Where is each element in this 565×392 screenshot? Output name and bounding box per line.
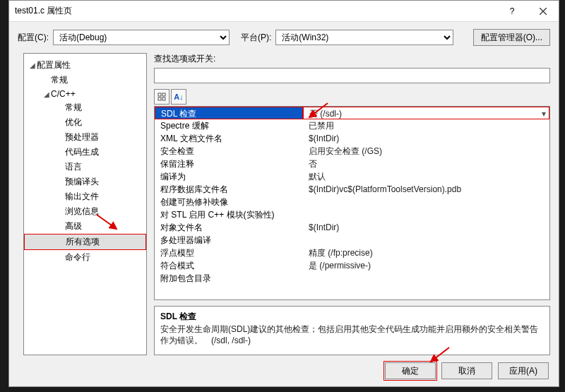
tree-node[interactable]: 代码生成 [24,145,146,160]
property-row[interactable]: 安全检查启用安全检查 (/GS) [155,145,549,158]
tree-node[interactable]: 优化 [24,115,146,130]
tree-node[interactable]: 输出文件 [24,189,146,204]
property-name: 对象文件名 [155,221,303,234]
property-name: XML 文档文件名 [155,132,303,145]
property-value[interactable] [303,234,549,247]
property-row[interactable]: 对 STL 启用 C++ 模块(实验性) [155,208,549,221]
ok-button[interactable]: 确定 [385,362,436,379]
tree-node[interactable]: 语言 [24,160,146,174]
dialog-footer: 确定 取消 应用(A) [9,355,559,386]
property-row[interactable]: 符合模式是 (/permissive-) [155,259,549,272]
property-row[interactable]: 编译为默认 [155,170,549,183]
property-row[interactable]: 对象文件名$(IntDir) [155,221,549,234]
tree-node[interactable]: 常规 [24,100,146,115]
tree-node-label: 预处理器 [65,132,99,142]
tree-node-label: 常规 [51,75,68,85]
nav-tree[interactable]: ◢配置属性常规◢C/C++常规优化预处理器代码生成语言预编译头输出文件浏览信息高… [23,53,147,355]
right-pane: 查找选项或开关: A↓ SDL 检查否 (/sdl-)Spectre 缓解已禁用… [154,53,550,355]
close-button[interactable] [528,1,559,22]
view-buttons: A↓ [154,89,550,105]
search-label: 查找选项或开关: [154,53,215,65]
property-grid-scroll[interactable]: SDL 检查否 (/sdl-)Spectre 缓解已禁用XML 文档文件名$(I… [155,107,549,299]
property-name: 保留注释 [155,158,303,170]
platform-label: 平台(P): [241,32,271,44]
property-row[interactable]: 附加包含目录 [155,272,549,285]
search-input[interactable] [154,68,550,83]
property-row[interactable]: 创建可热修补映像 [155,196,549,208]
property-name: 浮点模型 [155,247,303,259]
tree-node-label: 优化 [65,117,82,127]
description-title: SDL 检查 [160,311,544,323]
tree-node-label: 浏览信息 [65,206,99,216]
svg-rect-3 [162,97,165,100]
tree-node[interactable]: 命令行 [24,250,146,265]
tree-node-label: 输出文件 [65,191,99,201]
help-button[interactable]: ? [496,1,528,22]
property-value[interactable] [303,196,549,208]
property-row[interactable]: 浮点模型精度 (/fp:precise) [155,247,549,259]
property-value[interactable]: 否 (/sdl-) [303,107,549,119]
tree-node-label: 代码生成 [65,147,99,157]
property-value[interactable]: 是 (/permissive-) [303,259,549,272]
tree-twisty-icon: ◢ [30,61,37,69]
property-value[interactable]: 启用安全检查 (/GS) [303,145,549,158]
tree-node-label: 语言 [65,162,82,172]
property-name: 符合模式 [155,259,303,272]
property-row[interactable]: Spectre 缓解已禁用 [155,119,549,132]
property-value[interactable] [303,208,549,221]
property-value[interactable]: $(IntDir) [303,132,549,145]
tree-node[interactable]: ◢配置属性 [24,58,146,73]
property-value[interactable]: 精度 (/fp:precise) [303,247,549,259]
config-toolbar: 配置(C): 活动(Debug) 平台(P): 活动(Win32) 配置管理器(… [9,22,559,53]
alphabetical-view-button[interactable]: A↓ [171,89,186,105]
tree-node-label: 常规 [65,102,82,112]
property-row[interactable]: 程序数据库文件名$(IntDir)vc$(PlatformToolsetVers… [155,183,549,196]
property-page-dialog: test01.c 属性页 ? 配置(C): 活动(Debug) 平台(P): 活… [8,0,559,387]
property-name: Spectre 缓解 [155,119,303,132]
tree-node[interactable]: 预编译头 [24,174,146,189]
tree-node[interactable]: 预处理器 [24,130,146,145]
tree-node-label: 配置属性 [37,60,71,70]
tree-node[interactable]: 高级 [24,219,146,234]
property-name: SDL 检查 [155,107,303,119]
titlebar: test01.c 属性页 ? [9,1,559,22]
tree-node-label: 预编译头 [65,177,99,186]
svg-rect-2 [158,97,161,100]
svg-rect-0 [158,93,161,96]
property-value[interactable]: 默认 [303,170,549,183]
property-name: 多处理器编译 [155,234,303,247]
tree-node[interactable]: 所有选项 [24,234,146,250]
property-value[interactable] [303,272,549,285]
property-row[interactable]: SDL 检查否 (/sdl-) [155,107,549,119]
property-value[interactable]: 已禁用 [303,119,549,132]
property-name: 编译为 [155,170,303,183]
property-row[interactable]: 多处理器编译 [155,234,549,247]
property-value[interactable]: 否 [303,158,549,170]
property-grid: SDL 检查否 (/sdl-)Spectre 缓解已禁用XML 文档文件名$(I… [154,106,550,300]
tree-node[interactable]: 常规 [24,73,146,88]
tree-node[interactable]: ◢C/C++ [24,88,146,100]
property-name: 安全检查 [155,145,303,158]
property-value[interactable]: $(IntDir)vc$(PlatformToolsetVersion).pdb [303,183,549,196]
config-manager-button[interactable]: 配置管理器(O)... [473,29,550,46]
property-name: 对 STL 启用 C++ 模块(实验性) [155,208,303,221]
property-row[interactable]: 保留注释否 [155,158,549,170]
tree-node-label: 高级 [65,221,82,231]
property-row[interactable]: XML 文档文件名$(IntDir) [155,132,549,145]
cancel-button[interactable]: 取消 [441,362,492,379]
property-value[interactable]: $(IntDir) [303,221,549,234]
property-name: 附加包含目录 [155,272,303,285]
property-name: 程序数据库文件名 [155,183,303,196]
tree-node[interactable]: 浏览信息 [24,204,146,219]
platform-select[interactable]: 活动(Win32) [275,30,453,45]
search-row: 查找选项或开关: [154,53,550,65]
tree-twisty-icon: ◢ [44,90,51,98]
close-icon [540,8,547,15]
categorized-view-button[interactable] [154,89,170,105]
config-label: 配置(C): [18,32,49,44]
config-select[interactable]: 活动(Debug) [53,30,230,45]
apply-button[interactable]: 应用(A) [498,362,549,379]
svg-rect-1 [162,93,165,96]
dialog-body: ◢配置属性常规◢C/C++常规优化预处理器代码生成语言预编译头输出文件浏览信息高… [9,53,559,355]
categorized-icon [157,93,166,101]
